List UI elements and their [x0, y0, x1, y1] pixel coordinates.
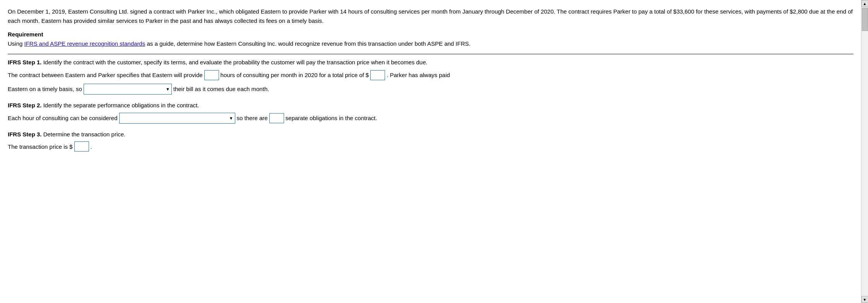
ifrs-aspe-link[interactable]: IFRS and ASPE revenue recognition standa…	[24, 40, 146, 47]
step1-line1-part2: hours of consulting per month in 2020 fo…	[221, 69, 369, 81]
step1-hours-input[interactable]	[204, 70, 219, 80]
intro-paragraph: On December 1, 2019, Eastern Consulting …	[8, 7, 853, 26]
step2-line1-part1: Each hour of consulting can be considere…	[8, 112, 118, 124]
scrollbar-up-arrow[interactable]: ▲	[861, 0, 868, 7]
main-content: On December 1, 2019, Eastern Consulting …	[0, 0, 861, 303]
intro-text: On December 1, 2019, Eastern Consulting …	[8, 8, 853, 24]
step3-period: .	[91, 143, 92, 150]
step2-dropdown-wrapper: a distinct performance obligation, not a…	[119, 113, 235, 124]
scrollbar-thumb[interactable]	[862, 8, 868, 31]
ifrs-step1-block: IFRS Step 1. Identify the contract with …	[8, 59, 853, 95]
step1-fill-line1: The contract between Eastern and Parker …	[8, 69, 853, 81]
step3-line1-part1: The transaction price is $	[8, 143, 73, 150]
scrollbar-down-arrow[interactable]: ▼	[861, 296, 868, 303]
step1-fill-line2: Eastern on a timely basis, so it is prob…	[8, 83, 853, 95]
requirement-text: Using IFRS and ASPE revenue recognition …	[8, 39, 853, 48]
step3-heading: IFRS Step 3. Determine the transaction p…	[8, 131, 853, 138]
step2-line1-part3: separate obligations in the contract.	[286, 112, 377, 124]
ifrs-step2-block: IFRS Step 2. Identify the separate perfo…	[8, 102, 853, 124]
step1-dropdown[interactable]: it is probable they will pay it is not p…	[84, 84, 172, 95]
step3-description: Determine the transaction price.	[42, 131, 126, 138]
step2-description: Identify the separate performance obliga…	[42, 102, 199, 108]
step3-fill-line1: The transaction price is $ .	[8, 141, 853, 152]
step1-line2-part1: Eastern on a timely basis, so	[8, 83, 82, 95]
step1-line1-part1: The contract between Eastern and Parker …	[8, 69, 203, 81]
ifrs-step3-block: IFRS Step 3. Determine the transaction p…	[8, 131, 853, 152]
step1-description: Identify the contract with the customer,…	[42, 59, 428, 65]
step1-price-input[interactable]	[370, 70, 385, 80]
step2-count-input[interactable]	[269, 113, 284, 123]
step2-dropdown[interactable]: a distinct performance obligation, not a…	[119, 113, 235, 124]
step2-heading: IFRS Step 2. Identify the separate perfo…	[8, 102, 853, 108]
step1-title: IFRS Step 1.	[8, 59, 42, 65]
step3-price-input[interactable]	[74, 141, 89, 152]
requirement-section: Requirement Using IFRS and ASPE revenue …	[8, 31, 853, 48]
req-text-after: as a guide, determine how Eastern Consul…	[145, 40, 470, 47]
step1-dropdown-wrapper: it is probable they will pay it is not p…	[84, 84, 172, 95]
step1-line1-part3: . Parker has always paid	[387, 69, 450, 81]
requirement-label: Requirement	[8, 31, 853, 38]
step3-title: IFRS Step 3.	[8, 131, 42, 138]
req-text-before: Using	[8, 40, 24, 47]
step1-heading: IFRS Step 1. Identify the contract with …	[8, 59, 853, 65]
step1-line2-part2: their bill as it comes due each month.	[173, 83, 269, 95]
section-divider	[8, 54, 853, 54]
step2-line1-part2: so there are	[237, 112, 268, 124]
step2-fill-line1: Each hour of consulting can be considere…	[8, 112, 853, 124]
step2-title: IFRS Step 2.	[8, 102, 42, 108]
scrollbar-track: ▲ ▼	[861, 0, 868, 303]
